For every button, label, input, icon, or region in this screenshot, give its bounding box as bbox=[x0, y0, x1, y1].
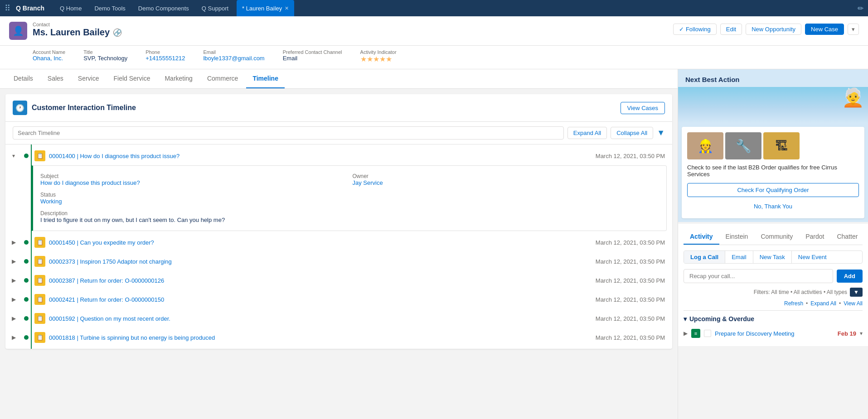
case-owner-link[interactable]: Jay Service bbox=[353, 179, 659, 186]
timeline-row-4[interactable]: ▶ 📋 00002387 | Return for order: O-00000… bbox=[5, 271, 672, 290]
new-opportunity-button[interactable]: New Opportunity bbox=[746, 24, 801, 35]
sub-tab-new-event[interactable]: New Event bbox=[792, 251, 833, 263]
task-checkbox[interactable] bbox=[704, 330, 711, 337]
tab-marketing[interactable]: Marketing bbox=[158, 69, 199, 88]
sub-tab-log-call[interactable]: Log a Call bbox=[684, 251, 725, 263]
no-thanks-button[interactable]: No, Thank You bbox=[687, 200, 859, 213]
toggle-icon-5[interactable]: ▶ bbox=[5, 296, 22, 303]
dot-4 bbox=[22, 278, 31, 283]
refresh-link[interactable]: Refresh bbox=[784, 300, 803, 307]
timeline-row-2[interactable]: ▶ 📋 00001450 | Can you expedite my order… bbox=[5, 233, 672, 252]
case-detail-grid: Subject How do I diagnose this product i… bbox=[40, 173, 659, 205]
tab-commerce[interactable]: Commerce bbox=[201, 69, 244, 88]
record-header-actions: ✓ Following Edit New Opportunity New Cas… bbox=[673, 24, 859, 35]
timeline-icon: 🕐 bbox=[13, 101, 27, 115]
add-activity-button[interactable]: Add bbox=[837, 270, 863, 283]
case-date-1: March 12, 2021, 03:50 PM bbox=[596, 153, 665, 159]
phone-field: Phone +14155551212 bbox=[145, 49, 185, 63]
toggle-icon-4[interactable]: ▶ bbox=[5, 277, 22, 284]
sub-tab-email[interactable]: Email bbox=[725, 251, 753, 263]
filter-button[interactable]: ▼ bbox=[850, 288, 863, 297]
upcoming-item-1[interactable]: ▶ ≡ Prepare for Discovery Meeting Feb 19… bbox=[684, 326, 863, 341]
toggle-icon-2[interactable]: ▶ bbox=[5, 239, 22, 246]
expand-all-link[interactable]: Expand All bbox=[810, 300, 836, 307]
timeline-row-6[interactable]: ▶ 📋 00001592 | Question on my most recen… bbox=[5, 309, 672, 328]
activity-tab-community[interactable]: Community bbox=[754, 229, 799, 245]
tab-timeline[interactable]: Timeline bbox=[246, 69, 285, 88]
phone-link[interactable]: +14155551212 bbox=[145, 55, 185, 62]
nav-edit-icon[interactable]: ✏ bbox=[858, 4, 863, 13]
view-all-link[interactable]: View All bbox=[844, 300, 863, 307]
timeline-row-7[interactable]: ▶ 📋 00001818 | Turbine is spinning but n… bbox=[5, 328, 672, 347]
case-status-field: Status Working bbox=[40, 192, 347, 205]
email-link[interactable]: lboyle1337@gmail.com bbox=[203, 55, 264, 62]
tab-service[interactable]: Service bbox=[72, 69, 106, 88]
activity-tab-activity[interactable]: Activity bbox=[684, 229, 719, 245]
case-link-6[interactable]: 00001592 | Question on my most recent or… bbox=[49, 315, 596, 322]
expand-item-icon[interactable]: ▶ bbox=[684, 330, 688, 337]
main-content: Details Sales Service Field Service Mark… bbox=[0, 69, 868, 419]
sub-tab-new-task[interactable]: New Task bbox=[753, 251, 792, 263]
case-link-5[interactable]: 00002421 | Return for order: O-000000015… bbox=[49, 296, 596, 303]
toggle-icon-6[interactable]: ▶ bbox=[5, 315, 22, 322]
timeline-row-1[interactable]: ▾ 📋 00001400 | How do I diagnose this pr… bbox=[5, 146, 672, 165]
timeline-row-3[interactable]: ▶ 📋 00002373 | Inspiron 1750 Adaptor not… bbox=[5, 252, 672, 271]
upcoming-item-label[interactable]: Prepare for Discovery Meeting bbox=[715, 330, 834, 337]
case-link-3[interactable]: 00002373 | Inspiron 1750 Adaptor not cha… bbox=[49, 258, 596, 265]
checkmark-icon: ✓ bbox=[679, 26, 684, 33]
case-date-6: March 12, 2021, 03:50 PM bbox=[596, 315, 665, 322]
filter-icon[interactable]: ▼ bbox=[657, 128, 665, 138]
case-link-7[interactable]: 00001818 | Turbine is spinning but no en… bbox=[49, 334, 596, 341]
activity-tabs: Activity Einstein Community Pardot Chatt… bbox=[684, 229, 863, 245]
tab-field-service[interactable]: Field Service bbox=[107, 69, 157, 88]
account-name-field: Account Name Ohana, Inc. bbox=[33, 49, 65, 63]
case-icon-1: 📋 bbox=[34, 150, 45, 161]
edit-button[interactable]: Edit bbox=[720, 24, 742, 35]
check-qualifying-order-button[interactable]: Check For Qualifying Order bbox=[687, 183, 859, 197]
following-button[interactable]: ✓ Following bbox=[673, 24, 717, 35]
tab-close-icon[interactable]: ✕ bbox=[285, 5, 289, 11]
timeline-row-5[interactable]: ▶ 📋 00002421 | Return for order: O-00000… bbox=[5, 290, 672, 309]
case-link-2[interactable]: 00001450 | Can you expedite my order? bbox=[49, 239, 596, 246]
filter-row: Filters: All time • All activities • All… bbox=[684, 288, 863, 297]
nba-background: 🧑‍🦳 bbox=[678, 87, 868, 123]
active-nav-tab[interactable]: * Lauren Bailey ✕ bbox=[237, 0, 294, 16]
case-date-4: March 12, 2021, 03:50 PM bbox=[596, 277, 665, 284]
nav-link-demotools[interactable]: Demo Tools bbox=[88, 0, 131, 16]
activity-tab-pardot[interactable]: Pardot bbox=[799, 229, 830, 245]
case-subject-link[interactable]: How do I diagnose this product issue? bbox=[40, 179, 347, 186]
toggle-icon-7[interactable]: ▶ bbox=[5, 334, 22, 341]
activity-sub-tabs: Log a Call Email New Task New Event bbox=[684, 250, 863, 264]
recap-call-input[interactable] bbox=[684, 269, 833, 283]
record-info: Contact Ms. Lauren Bailey 🔗 bbox=[33, 22, 121, 38]
account-name-link[interactable]: Ohana, Inc. bbox=[33, 55, 63, 62]
nav-link-qhome[interactable]: Q Home bbox=[53, 0, 88, 16]
record-tabs: Details Sales Service Field Service Mark… bbox=[0, 69, 678, 89]
case-link-1[interactable]: 00001400 | How do I diagnose this produc… bbox=[49, 153, 596, 159]
activity-tab-chatter[interactable]: Chatter bbox=[830, 229, 864, 245]
toggle-icon-1[interactable]: ▾ bbox=[5, 153, 22, 159]
case-date-7: March 12, 2021, 03:50 PM bbox=[596, 334, 665, 341]
new-case-button[interactable]: New Case bbox=[805, 24, 844, 35]
more-actions-button[interactable]: ▾ bbox=[848, 24, 859, 35]
case-content-2: 00001450 | Can you expedite my order? Ma… bbox=[49, 239, 665, 246]
search-timeline-input[interactable] bbox=[13, 126, 564, 140]
case-link-4[interactable]: 00002387 | Return for order: O-000000012… bbox=[49, 277, 596, 284]
case-date-3: March 12, 2021, 03:50 PM bbox=[596, 258, 665, 265]
tab-sales[interactable]: Sales bbox=[41, 69, 70, 88]
nav-link-democomponents[interactable]: Demo Components bbox=[132, 0, 195, 16]
collapse-all-button[interactable]: Collapse All bbox=[611, 127, 653, 139]
nav-link-qsupport[interactable]: Q Support bbox=[195, 0, 235, 16]
case-content-7: 00001818 | Turbine is spinning but no en… bbox=[49, 334, 665, 341]
toggle-icon-3[interactable]: ▶ bbox=[5, 258, 22, 265]
item-dropdown-icon[interactable]: ▾ bbox=[860, 330, 863, 337]
collapse-upcoming-icon[interactable]: ▾ bbox=[684, 315, 687, 323]
grid-icon[interactable]: ⠿ bbox=[5, 3, 10, 13]
upcoming-item-date: Feb 19 bbox=[838, 330, 856, 337]
tab-details[interactable]: Details bbox=[7, 69, 39, 88]
nba-image-tools: 🔧 bbox=[725, 132, 761, 159]
view-cases-button[interactable]: View Cases bbox=[621, 102, 665, 114]
expand-all-button[interactable]: Expand All bbox=[567, 127, 607, 139]
activity-tab-einstein[interactable]: Einstein bbox=[719, 229, 755, 245]
timeline-toolbar: Expand All Collapse All ▼ bbox=[5, 122, 672, 144]
